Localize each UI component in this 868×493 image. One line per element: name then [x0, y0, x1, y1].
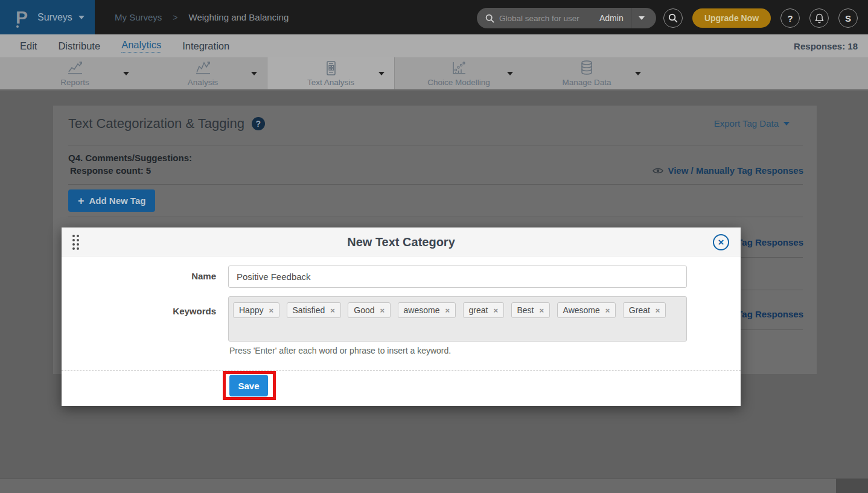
- modal-header: New Text Category ×: [62, 227, 741, 256]
- category-name-input[interactable]: [228, 266, 687, 288]
- keyword-tag-label: Happy: [239, 305, 263, 315]
- new-text-category-modal: New Text Category × Name Keywords Happy×…: [62, 227, 741, 406]
- close-icon: ×: [718, 237, 724, 247]
- divider: [62, 370, 741, 371]
- remove-keyword-icon[interactable]: ×: [605, 307, 610, 314]
- keyword-tag: Awesome×: [557, 302, 616, 318]
- remove-keyword-icon[interactable]: ×: [445, 307, 450, 314]
- keyword-tag: Great×: [623, 302, 666, 318]
- keyword-tag: great×: [463, 302, 505, 318]
- keywords-input-area[interactable]: Happy× Satisfied× Good× awesome× great× …: [228, 296, 687, 342]
- remove-keyword-icon[interactable]: ×: [540, 307, 544, 314]
- modal-title: New Text Category: [62, 227, 741, 256]
- keyword-tag-label: Satisfied: [293, 305, 325, 315]
- keyword-tag: Best×: [511, 302, 550, 318]
- remove-keyword-icon[interactable]: ×: [269, 307, 273, 314]
- remove-keyword-icon[interactable]: ×: [330, 307, 335, 314]
- remove-keyword-icon[interactable]: ×: [656, 307, 660, 314]
- keyword-tag-label: Great: [629, 305, 650, 315]
- save-button[interactable]: Save: [229, 375, 268, 396]
- keyword-tag: Good×: [348, 302, 391, 318]
- keyword-tag-label: Good: [354, 305, 374, 315]
- name-label: Name: [62, 271, 216, 281]
- keywords-hint: Press 'Enter' after each word or phrase …: [229, 346, 451, 355]
- keyword-tag-label: Best: [517, 305, 534, 315]
- keyword-tag-label: awesome: [404, 305, 440, 315]
- keyword-tag: Satisfied×: [287, 302, 341, 318]
- close-button[interactable]: ×: [713, 234, 729, 250]
- remove-keyword-icon[interactable]: ×: [493, 307, 498, 314]
- keyword-tag-label: great: [469, 305, 488, 315]
- keyword-tag: Happy×: [233, 302, 279, 318]
- keyword-tag-label: Awesome: [563, 305, 600, 315]
- remove-keyword-icon[interactable]: ×: [380, 307, 385, 314]
- keywords-label: Keywords: [62, 306, 216, 316]
- keyword-tag: awesome×: [398, 302, 456, 318]
